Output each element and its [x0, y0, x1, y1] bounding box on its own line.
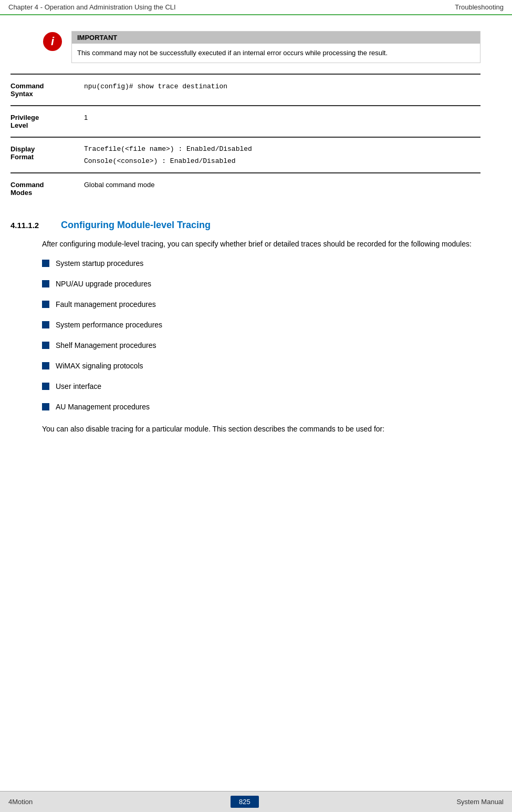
page-header: Chapter 4 - Operation and Administration… — [0, 0, 512, 15]
list-item: AU Management procedures — [42, 402, 480, 413]
list-item-text: Shelf Management procedures — [56, 340, 156, 351]
info-icon: i — [43, 32, 62, 51]
privilege-level-label: PrivilegeLevel — [11, 114, 74, 129]
main-content: i IMPORTANT This command may not be succ… — [0, 15, 512, 475]
body-text-2: You can also disable tracing for a parti… — [42, 423, 480, 435]
list-item: WiMAX signaling protocols — [42, 361, 480, 372]
list-item-text: Fault management procedures — [56, 299, 156, 310]
bullet-square-icon — [42, 321, 49, 328]
section-number: 4.11.1.2 — [11, 221, 53, 230]
command-syntax-value: npu(config)# show trace destination — [74, 82, 480, 98]
list-item-text: System performance procedures — [56, 320, 162, 331]
section-heading: 4.11.1.2 Configuring Module-level Tracin… — [11, 220, 480, 231]
important-content: IMPORTANT This command may not be succes… — [71, 31, 480, 63]
page-number: 825 — [231, 796, 259, 808]
list-item-text: System startup procedures — [56, 258, 143, 269]
list-item: NPU/AU upgrade procedures — [42, 279, 480, 290]
body-text-1: After configuring module-level tracing, … — [42, 238, 480, 250]
display-format-row: DisplayFormat Tracefile(<file name>) : E… — [11, 137, 480, 172]
header-section-title: Troubleshooting — [455, 3, 504, 11]
command-modes-value: Global command mode — [74, 181, 480, 197]
bullet-square-icon — [42, 342, 49, 349]
important-icon: i — [42, 31, 63, 52]
bullet-square-icon — [42, 280, 49, 287]
bullet-square-icon — [42, 260, 49, 267]
list-item: System performance procedures — [42, 320, 480, 331]
list-item: System startup procedures — [42, 258, 480, 269]
privilege-level-value: 1 — [74, 114, 480, 129]
chapter-title: Chapter 4 - Operation and Administration… — [8, 3, 176, 11]
info-table: CommandSyntax npu(config)# show trace de… — [11, 74, 480, 204]
display-format-line2: Console(<console>) : Enabled/Disabled — [84, 157, 480, 165]
bullet-square-icon — [42, 403, 49, 410]
important-box: i IMPORTANT This command may not be succ… — [42, 31, 480, 63]
list-item: Fault management procedures — [42, 299, 480, 310]
bullet-list: System startup proceduresNPU/AU upgrade … — [42, 258, 480, 413]
bullet-square-icon — [42, 383, 49, 390]
list-item-text: User interface — [56, 381, 101, 392]
command-modes-label: CommandModes — [11, 181, 74, 197]
section-name: Configuring Module-level Tracing — [61, 220, 211, 231]
display-format-line1: Tracefile(<file name>) : Enabled/Disable… — [84, 145, 480, 153]
important-label: IMPORTANT — [72, 32, 480, 44]
command-syntax-row: CommandSyntax npu(config)# show trace de… — [11, 74, 480, 105]
important-text: This command may not be successfully exe… — [72, 44, 480, 63]
privilege-level-row: PrivilegeLevel 1 — [11, 105, 480, 137]
command-syntax-label: CommandSyntax — [11, 82, 74, 98]
display-format-value: Tracefile(<file name>) : Enabled/Disable… — [74, 145, 480, 165]
list-item-text: AU Management procedures — [56, 402, 150, 413]
command-modes-row: CommandModes Global command mode — [11, 172, 480, 204]
page-footer: 4Motion 825 System Manual — [0, 791, 512, 812]
list-item-text: WiMAX signaling protocols — [56, 361, 143, 372]
list-item-text: NPU/AU upgrade procedures — [56, 279, 151, 290]
footer-left: 4Motion — [8, 798, 33, 806]
display-format-label: DisplayFormat — [11, 145, 74, 165]
footer-right: System Manual — [456, 798, 504, 806]
bullet-square-icon — [42, 362, 49, 369]
bullet-square-icon — [42, 301, 49, 308]
list-item: Shelf Management procedures — [42, 340, 480, 351]
list-item: User interface — [42, 381, 480, 392]
command-syntax-code: npu(config)# show trace destination — [84, 83, 227, 90]
